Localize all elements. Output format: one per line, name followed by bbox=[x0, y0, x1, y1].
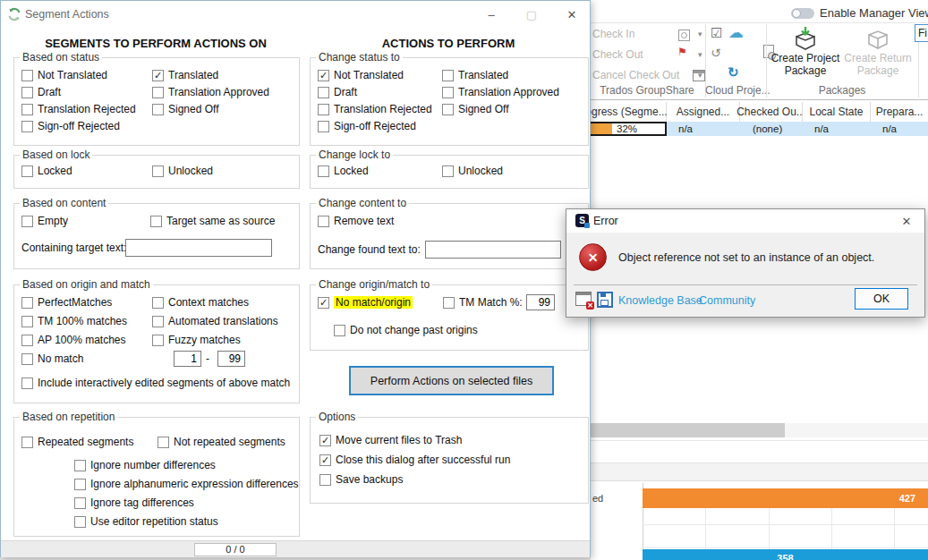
checkbox-sign-off-rejected[interactable] bbox=[21, 121, 33, 132]
divider bbox=[587, 440, 928, 441]
tm-match-percent-input[interactable] bbox=[526, 294, 555, 310]
checkbox-ignore-alphanumeric-differences[interactable] bbox=[74, 479, 86, 490]
check-in-button[interactable]: Check In bbox=[592, 28, 634, 40]
checkbox-tm-match-percent[interactable] bbox=[443, 297, 455, 309]
label: Draft bbox=[38, 86, 61, 98]
checkbox-repeated-segments[interactable] bbox=[21, 437, 33, 448]
checked-out-cell[interactable]: (none) bbox=[740, 122, 803, 136]
check-in-caret-icon[interactable]: ▾ bbox=[698, 30, 702, 38]
checkbox-tm-100-matches[interactable] bbox=[21, 316, 33, 327]
label: Save backups bbox=[336, 473, 403, 486]
confirm-icon[interactable]: ☑ bbox=[711, 25, 722, 41]
checkbox-close-after-run[interactable] bbox=[319, 454, 331, 466]
checkbox-include-interactively-edited[interactable] bbox=[21, 378, 33, 389]
checkbox-set-not-translated[interactable] bbox=[318, 70, 329, 81]
checkbox-automated-translations[interactable] bbox=[152, 316, 164, 327]
cloud-upload-icon[interactable]: ☁ bbox=[728, 23, 744, 42]
checkbox-ignore-tag-differences[interactable] bbox=[74, 497, 86, 509]
sync-icon[interactable]: ↻ bbox=[728, 64, 739, 81]
check-in-icon bbox=[678, 30, 690, 41]
checkbox-set-translation-approved[interactable] bbox=[442, 87, 454, 98]
checkbox-set-signed-off[interactable] bbox=[442, 104, 454, 115]
checkbox-target-same-as-source[interactable] bbox=[150, 216, 162, 227]
checkbox-empty[interactable] bbox=[21, 216, 33, 227]
checkbox-translation-approved[interactable] bbox=[152, 87, 164, 98]
error-details-icon[interactable] bbox=[575, 292, 592, 306]
checkbox-context-matches[interactable] bbox=[152, 297, 164, 309]
label: TM Match %: bbox=[459, 296, 523, 309]
knowledge-base-link[interactable]: Knowledge Base bbox=[618, 294, 702, 307]
find-button[interactable]: Fi bbox=[915, 24, 928, 42]
checkbox-ap-100-matches[interactable] bbox=[21, 335, 33, 346]
label: Fuzzy matches bbox=[168, 334, 241, 346]
checkbox-set-translation-rejected[interactable] bbox=[318, 104, 329, 115]
label: Translation Rejected bbox=[334, 103, 432, 115]
checkbox-ignore-number-differences[interactable] bbox=[74, 460, 86, 471]
error-dialog: S Error ✕ ✕ Object reference not set to … bbox=[566, 208, 925, 318]
manager-view-toggle[interactable] bbox=[791, 8, 814, 19]
label: AP 100% matches bbox=[38, 334, 126, 346]
check-out-caret-icon[interactable]: ▾ bbox=[698, 50, 702, 59]
checkbox-translated[interactable] bbox=[152, 70, 164, 81]
assigned-cell[interactable]: n/a bbox=[667, 122, 740, 136]
column-preparation[interactable]: Prepara... bbox=[871, 102, 928, 122]
fuzzy-max-input[interactable] bbox=[217, 351, 245, 367]
segment-actions-icon bbox=[7, 7, 21, 21]
error-titlebar[interactable]: S Error ✕ bbox=[566, 209, 924, 233]
checkbox-remove-text[interactable] bbox=[318, 216, 329, 227]
checkbox-no-match[interactable] bbox=[21, 353, 33, 365]
checkbox-not-repeated-segments[interactable] bbox=[158, 437, 169, 448]
checkbox-set-draft[interactable] bbox=[318, 87, 329, 98]
change-found-text-input[interactable] bbox=[425, 241, 561, 259]
community-link[interactable]: Community bbox=[699, 294, 755, 307]
checkbox-locked[interactable] bbox=[21, 165, 33, 177]
label: Close this dialog after successful run bbox=[336, 454, 510, 466]
checkbox-translation-rejected[interactable] bbox=[21, 104, 33, 115]
column-checked-out[interactable]: Checked Ou... bbox=[740, 102, 803, 122]
error-message: Object reference not set to an instance … bbox=[618, 251, 874, 264]
revert-icon[interactable]: ↺ bbox=[711, 46, 721, 60]
checkbox-set-translated[interactable] bbox=[442, 70, 454, 81]
progress-cell[interactable]: 32% bbox=[587, 122, 667, 136]
checkbox-fuzzy-matches[interactable] bbox=[152, 335, 164, 346]
perform-actions-button[interactable]: Perform Actions on selected files bbox=[349, 366, 554, 395]
panel-header-strip[interactable] bbox=[587, 462, 928, 481]
checkbox-set-locked[interactable] bbox=[318, 165, 329, 177]
ok-button[interactable]: OK bbox=[855, 288, 908, 310]
checkbox-use-editor-repetition-status[interactable] bbox=[74, 516, 86, 528]
checkbox-unlocked[interactable] bbox=[152, 165, 164, 177]
create-project-package-button[interactable]: Create Project Package bbox=[768, 52, 843, 77]
checkbox-no-match-origin[interactable] bbox=[318, 297, 329, 309]
checkbox-perfectmatches[interactable] bbox=[21, 297, 33, 309]
column-local-state[interactable]: Local State bbox=[803, 102, 871, 122]
checkbox-set-unlocked[interactable] bbox=[442, 165, 454, 177]
h-scrollbar-thumb[interactable] bbox=[587, 423, 785, 437]
local-state-cell[interactable]: n/a bbox=[803, 122, 871, 136]
divider bbox=[574, 284, 917, 285]
cancel-check-out-button[interactable]: Cancel Check Out bbox=[592, 69, 679, 81]
maximize-button[interactable]: ▢ bbox=[518, 4, 545, 24]
create-return-package-button[interactable]: Create Return Package bbox=[840, 52, 915, 77]
checkbox-move-to-trash[interactable] bbox=[319, 435, 331, 446]
label: Draft bbox=[334, 86, 357, 98]
error-close-button[interactable]: ✕ bbox=[894, 211, 919, 231]
checkbox-save-backups[interactable] bbox=[319, 474, 331, 486]
checkbox-not-translated[interactable] bbox=[21, 70, 33, 81]
segment-actions-titlebar[interactable]: Segment Actions – ▢ ✕ bbox=[1, 1, 590, 28]
checkbox-set-sign-off-rejected[interactable] bbox=[318, 121, 329, 132]
label-no-match-origin-highlighted: No match/origin bbox=[334, 296, 413, 309]
containing-target-text-input[interactable] bbox=[125, 239, 272, 257]
close-button[interactable]: ✕ bbox=[558, 4, 585, 24]
column-assigned[interactable]: Assigned... bbox=[667, 102, 740, 122]
based-on-lock-group: Based on lock Locked Unlocked bbox=[13, 155, 300, 189]
cancel-check-out-caret-icon[interactable]: ▾ bbox=[698, 71, 702, 80]
checkbox-draft[interactable] bbox=[21, 87, 33, 98]
checkbox-signed-off[interactable] bbox=[152, 104, 164, 115]
column-progress[interactable]: ogress (Segme... bbox=[587, 102, 667, 122]
check-out-button[interactable]: Check Out bbox=[592, 48, 643, 61]
checkbox-do-not-change-past-origins[interactable] bbox=[334, 325, 345, 336]
save-error-icon[interactable] bbox=[597, 292, 613, 308]
preparation-cell[interactable]: n/a bbox=[871, 122, 928, 136]
minimize-button[interactable]: – bbox=[478, 4, 505, 24]
fuzzy-min-input[interactable] bbox=[174, 351, 201, 367]
